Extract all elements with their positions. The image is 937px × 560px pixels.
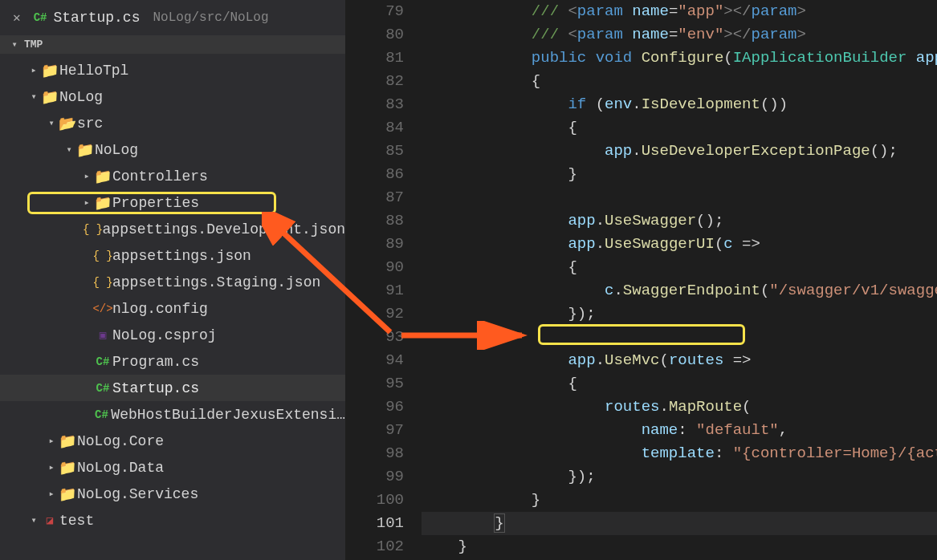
xml-icon: </>	[93, 302, 112, 315]
line-number: 87	[345, 186, 404, 209]
tree-item-label: NoLog.csproj	[112, 327, 217, 343]
close-icon[interactable]: ✕	[13, 10, 21, 26]
tree-item-nolog[interactable]: 📁NoLog	[0, 83, 345, 110]
line-number: 102	[345, 535, 404, 558]
chevron-right-icon	[45, 435, 58, 447]
annotation-highlight-sidebar	[27, 192, 276, 214]
json-icon: { }	[84, 223, 103, 236]
chevron-down-icon	[27, 514, 40, 526]
folder-icon: 📁	[75, 141, 95, 159]
explorer-section-header[interactable]: TMP	[0, 35, 345, 54]
chevron-right-icon	[80, 170, 93, 182]
tab-bar: ✕ C# Startup.cs NoLog/src/NoLog	[0, 0, 345, 35]
tree-item-label: appsettings.json	[112, 248, 251, 264]
code-line[interactable]: routes.MapRoute(	[422, 396, 937, 419]
tree-item-src[interactable]: 📂src	[0, 110, 345, 136]
line-number: 80	[345, 23, 404, 47]
code-line[interactable]: {	[422, 70, 937, 93]
chevron-right-icon	[45, 461, 58, 473]
tree-item-nolog-core[interactable]: 📁NoLog.Core	[0, 428, 345, 454]
folder-icon: 📁	[58, 459, 77, 477]
code-line[interactable]: /// <param name="env"></param>	[422, 23, 937, 47]
code-line[interactable]: {	[422, 256, 937, 279]
tree-item-label: NoLog	[59, 89, 103, 105]
folder-green-icon: 📂	[58, 115, 77, 132]
code-line[interactable]: name: "default",	[422, 419, 937, 442]
code-line[interactable]: {	[422, 372, 937, 396]
code-line[interactable]: });	[422, 465, 937, 489]
csharp-icon: C#	[93, 382, 112, 395]
code-line[interactable]: template: "{controller=Home}/{actio	[422, 442, 937, 465]
code-line[interactable]	[422, 186, 937, 209]
code-line[interactable]: app.UseMvc(routes =>	[422, 349, 937, 372]
chevron-right-icon	[27, 64, 40, 76]
annotation-highlight-code	[538, 324, 745, 345]
chevron-down-icon	[8, 39, 21, 51]
code-line[interactable]: app.UseSwaggerUI(c =>	[422, 233, 937, 256]
tree-item-label: nlog.config	[112, 301, 208, 317]
code-line[interactable]: app.UseSwagger();	[422, 209, 937, 233]
line-number: 94	[345, 349, 404, 372]
folder-icon: 📁	[58, 432, 77, 450]
code-line[interactable]: public void Configure(IApplicationBuilde…	[422, 47, 937, 70]
tree-item-label: NoLog.Core	[77, 433, 164, 449]
tab-path: NoLog/src/NoLog	[153, 10, 268, 25]
tree-item-nolog-services[interactable]: 📁NoLog.Services	[0, 481, 345, 507]
tab-filename: Startup.cs	[53, 10, 140, 26]
line-number: 100	[345, 489, 404, 512]
tree-item-nolog[interactable]: 📁NoLog	[0, 136, 345, 163]
code-line[interactable]: c.SwaggerEndpoint("/swagger/v1/swagger.	[422, 279, 937, 302]
code-line[interactable]: }	[422, 163, 937, 186]
code-line[interactable]: app.UseDeveloperExceptionPage();	[422, 140, 937, 163]
json-icon: { }	[93, 276, 112, 289]
code-editor[interactable]: 7980818283848586878889909192939495969798…	[345, 0, 937, 560]
line-number: 85	[345, 140, 404, 163]
code-line[interactable]: }	[422, 512, 937, 535]
open-tab[interactable]: ✕ C# Startup.cs NoLog/src/NoLog	[13, 10, 269, 26]
tree-item-label: WebHostBuilderJexusExtensi…	[111, 407, 345, 423]
csharp-icon: C#	[92, 408, 112, 421]
tree-item-hellotpl[interactable]: 📁HelloTpl	[0, 57, 345, 83]
annotation-arrow-2	[393, 321, 538, 350]
tree-item-label: src	[77, 116, 103, 132]
json-icon: { }	[93, 250, 112, 262]
line-number: 82	[345, 70, 404, 93]
code-line[interactable]: {	[422, 116, 937, 140]
code-content[interactable]: /// <param name="app"></param> /// <para…	[422, 0, 937, 560]
line-number: 101	[345, 512, 404, 535]
line-number: 81	[345, 47, 404, 70]
tree-item-webhostbuilderjexusextensi-[interactable]: C#WebHostBuilderJexusExtensi…	[0, 401, 345, 428]
tree-item-label: Controllers	[112, 168, 208, 185]
code-line[interactable]: /// <param name="app"></param>	[422, 0, 937, 23]
folder-icon: 📁	[58, 485, 77, 503]
folder-icon: 📁	[40, 62, 59, 79]
tree-item-program-cs[interactable]: C#Program.cs	[0, 348, 345, 375]
line-number: 84	[345, 116, 404, 140]
folder-icon: 📁	[93, 168, 112, 185]
tree-item-label: Startup.cs	[112, 380, 199, 396]
chevron-down-icon	[45, 117, 58, 129]
tree-item-label: NoLog	[95, 142, 138, 158]
tree-item-startup-cs[interactable]: C#Startup.cs	[0, 375, 345, 401]
csproj-icon: ▣	[93, 328, 112, 342]
line-number: 96	[345, 396, 404, 419]
chevron-right-icon	[45, 488, 58, 500]
svg-line-0	[276, 226, 390, 332]
code-line[interactable]: if (env.IsDevelopment())	[422, 93, 937, 116]
tree-item-label: Program.cs	[112, 354, 199, 370]
tree-item-label: NoLog.Data	[77, 460, 164, 476]
line-number: 98	[345, 442, 404, 465]
line-number: 97	[345, 419, 404, 442]
csharp-file-icon: C#	[34, 11, 47, 24]
tree-item-label: test	[59, 513, 94, 529]
tree-item-label: NoLog.Services	[77, 486, 198, 502]
tree-item-controllers[interactable]: 📁Controllers	[0, 163, 345, 189]
line-number: 86	[345, 163, 404, 186]
tree-item-label: HelloTpl	[59, 63, 128, 79]
tree-item-nolog-data[interactable]: 📁NoLog.Data	[0, 454, 345, 481]
code-line[interactable]: }	[422, 489, 937, 512]
tree-item-test[interactable]: ◪test	[0, 507, 345, 534]
csharp-icon: C#	[93, 355, 112, 368]
code-line[interactable]: }	[422, 535, 937, 558]
annotation-arrow-1	[262, 212, 398, 340]
